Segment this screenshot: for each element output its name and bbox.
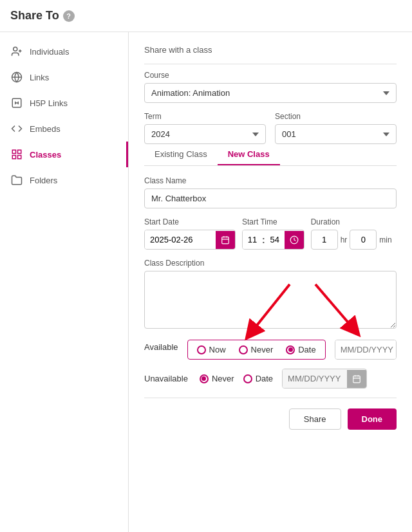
unavailable-never-option[interactable]: Never: [200, 374, 234, 383]
available-section: Available Now Never Date: [144, 340, 397, 360]
term-section-row: Term 2024 Section 001: [144, 112, 397, 144]
sidebar-item-classes[interactable]: Classes: [0, 142, 128, 167]
start-date-label: Start Date: [144, 217, 236, 226]
available-now-radio[interactable]: [197, 345, 206, 354]
start-date-wrap: [144, 230, 236, 250]
sidebar-item-classes-label: Classes: [30, 150, 61, 160]
duration-hr-input[interactable]: [311, 230, 338, 250]
start-date-input[interactable]: [145, 230, 216, 249]
available-never-option[interactable]: Never: [239, 345, 274, 354]
term-select[interactable]: 2024: [144, 124, 266, 144]
datetime-row: Start Date Start Time :: [144, 217, 397, 250]
svg-rect-10: [222, 237, 229, 244]
unavailable-date-input-wrap: [282, 369, 367, 389]
tab-new-class[interactable]: New Class: [218, 144, 280, 165]
content-area: Share with a class Course Animation: Ani…: [129, 32, 412, 532]
available-row: Available Now Never Date: [144, 340, 397, 360]
class-name-input[interactable]: [144, 188, 397, 208]
available-date-label: Date: [298, 345, 315, 354]
unavailable-date-label: Date: [256, 374, 273, 383]
start-time-label: Start Time: [242, 217, 304, 226]
sidebar-item-embeds-label: Embeds: [30, 124, 61, 134]
term-label: Term: [144, 112, 266, 121]
embeds-icon: [10, 122, 23, 135]
classes-icon: [10, 148, 23, 161]
section-group: Section 001: [275, 112, 397, 144]
sidebar-item-individuals-label: Individuals: [30, 47, 69, 57]
duration-min-input[interactable]: [350, 230, 377, 250]
duration-group: Duration hr min: [311, 217, 392, 250]
done-button[interactable]: Done: [348, 408, 397, 430]
individuals-icon: [10, 45, 23, 58]
help-icon[interactable]: ?: [63, 10, 75, 22]
course-select[interactable]: Animation: Animation: [144, 83, 397, 103]
sidebar-item-embeds[interactable]: Embeds: [0, 116, 128, 142]
available-now-label: Now: [209, 345, 226, 354]
section-select[interactable]: 001: [275, 124, 397, 144]
start-time-hour-input[interactable]: [243, 230, 262, 249]
available-label: Available: [144, 342, 178, 352]
available-now-option[interactable]: Now: [197, 345, 226, 354]
sidebar: Individuals Links H5P Links Embeds Class…: [0, 32, 129, 532]
tab-existing-class[interactable]: Existing Class: [144, 144, 218, 165]
class-desc-label: Class Description: [144, 259, 397, 268]
unavailable-label: Unavailable: [144, 374, 188, 383]
header: Share To ?: [0, 0, 412, 32]
available-date-radio[interactable]: [286, 345, 295, 354]
course-label: Course: [144, 71, 397, 80]
class-desc-group: Class Description: [144, 259, 397, 331]
divider-bottom: [144, 398, 397, 398]
class-name-label: Class Name: [144, 176, 397, 185]
available-date-input[interactable]: [335, 340, 397, 359]
available-radio-group: Now Never Date: [187, 340, 326, 360]
sidebar-item-folders-label: Folders: [30, 176, 57, 185]
svg-rect-8: [12, 156, 15, 159]
svg-rect-9: [18, 156, 21, 159]
divider-top: [144, 64, 397, 64]
svg-point-0: [14, 47, 17, 51]
duration-label: Duration: [311, 217, 392, 226]
button-row: Share Done: [144, 405, 397, 430]
unavailable-date-radio[interactable]: [243, 374, 252, 383]
section-label: Section: [275, 112, 397, 121]
min-label: min: [379, 235, 391, 244]
start-time-group: Start Time :: [242, 217, 304, 250]
available-never-radio[interactable]: [239, 345, 248, 354]
unavailable-row: Unavailable Never Date: [144, 369, 397, 389]
available-never-label: Never: [251, 345, 274, 354]
svg-rect-22: [353, 376, 360, 383]
sidebar-item-links[interactable]: Links: [0, 64, 128, 90]
svg-rect-6: [12, 150, 15, 153]
class-tabs: Existing Class New Class: [144, 144, 397, 166]
duration-wrap: hr min: [311, 230, 392, 250]
folders-icon: [10, 174, 23, 187]
h5p-icon: [10, 96, 23, 109]
main-layout: Individuals Links H5P Links Embeds Class…: [0, 32, 412, 532]
class-desc-textarea[interactable]: [144, 271, 397, 329]
unavailable-date-calendar-button[interactable]: [347, 370, 366, 388]
page-title: Share To: [10, 9, 59, 23]
course-group: Course Animation: Animation: [144, 71, 397, 103]
class-name-group: Class Name: [144, 176, 397, 208]
term-group: Term 2024: [144, 112, 266, 144]
sidebar-item-individuals[interactable]: Individuals: [0, 39, 128, 64]
unavailable-date-option[interactable]: Date: [243, 374, 273, 383]
available-date-input-wrap: [335, 340, 397, 360]
links-icon: [10, 71, 23, 84]
start-date-calendar-button[interactable]: [216, 231, 235, 249]
sidebar-item-links-label: Links: [30, 73, 49, 82]
hr-label: hr: [341, 235, 348, 244]
start-time-min-input[interactable]: [265, 230, 285, 249]
unavailable-never-label: Never: [212, 374, 234, 383]
unavailable-date-input[interactable]: [283, 369, 347, 388]
unavailable-section: Unavailable Never Date: [144, 369, 397, 389]
start-date-group: Start Date: [144, 217, 236, 250]
start-time-wrap: :: [242, 230, 304, 250]
available-date-option[interactable]: Date: [286, 345, 315, 354]
sidebar-item-h5p-links[interactable]: H5P Links: [0, 90, 128, 116]
share-button[interactable]: Share: [289, 408, 341, 430]
start-time-clock-button[interactable]: [285, 231, 304, 249]
svg-rect-7: [18, 150, 21, 153]
sidebar-item-folders[interactable]: Folders: [0, 167, 128, 193]
unavailable-never-radio[interactable]: [200, 374, 209, 383]
